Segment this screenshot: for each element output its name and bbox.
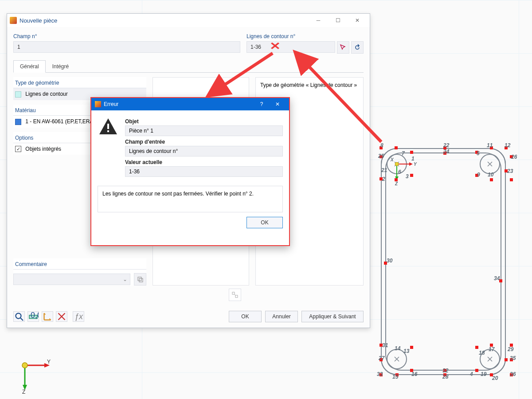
cancel-button[interactable]: Annuler — [265, 311, 298, 322]
svg-text:24: 24 — [443, 149, 450, 155]
tool-units-button[interactable]: 0,00 — [27, 311, 39, 322]
error-field-label: Champ d'entrée — [125, 139, 283, 145]
maximize-button[interactable]: ☐ — [328, 14, 348, 27]
material-value[interactable]: 1 - EN AW-6061 (EP,ET,ER/B) — [25, 118, 97, 125]
error-close-button[interactable]: ✕ — [270, 101, 286, 107]
svg-rect-2 — [232, 292, 235, 294]
minimize-button[interactable]: ─ — [309, 14, 328, 27]
svg-rect-51 — [475, 346, 478, 349]
svg-text:15: 15 — [392, 374, 399, 380]
error-message: Les lignes de contour ne sont pas fermée… — [98, 186, 283, 212]
fx-icon: ƒx — [73, 311, 84, 322]
svg-text:5: 5 — [477, 150, 480, 156]
copy-icon — [137, 276, 144, 283]
svg-text:26: 26 — [511, 154, 517, 160]
objects-integres-label: Objets intégrés — [25, 146, 61, 152]
field-no-input[interactable]: 1 — [13, 41, 240, 53]
geom-type-header: Type de géométrie — [13, 77, 146, 88]
svg-text:30: 30 — [387, 258, 393, 264]
svg-rect-28 — [395, 178, 398, 181]
cursor-pick-icon — [340, 44, 347, 51]
svg-rect-40 — [510, 178, 513, 181]
app-icon — [10, 17, 17, 24]
svg-text:18: 18 — [479, 350, 485, 356]
svg-text:Y: Y — [414, 162, 417, 167]
magnifier-icon — [14, 311, 24, 322]
revert-button[interactable] — [351, 41, 364, 54]
svg-rect-1 — [139, 278, 143, 282]
svg-text:23: 23 — [507, 168, 513, 174]
error-object-value: Pièce n° 1 — [125, 125, 283, 136]
tab-integre[interactable]: Intégré — [46, 60, 75, 73]
summary-text: Type de géométrie « Lignes de contour » — [260, 82, 359, 88]
detach-icon — [231, 291, 239, 298]
geom-swatch-icon — [15, 91, 21, 98]
svg-marker-17 — [409, 162, 413, 166]
tool-delete-button[interactable] — [56, 311, 67, 322]
error-field-value: Lignes de contour n° — [125, 146, 283, 156]
revert-icon — [354, 44, 361, 51]
svg-text:16: 16 — [411, 371, 418, 377]
axes-icon — [42, 311, 53, 322]
svg-text:2: 2 — [382, 176, 385, 182]
error-title: Erreur — [104, 101, 254, 107]
error-value-value: 1-36 — [125, 166, 283, 177]
svg-text:29: 29 — [507, 346, 514, 352]
pick-lines-button[interactable] — [337, 41, 349, 54]
svg-text:13: 13 — [403, 348, 410, 354]
comment-copy-button[interactable] — [134, 273, 146, 286]
svg-text:Z: Z — [22, 389, 25, 395]
svg-text:Y: Y — [47, 359, 51, 365]
geom-type-value[interactable]: Lignes de contour — [25, 91, 67, 97]
svg-text:Z: Z — [395, 181, 398, 186]
svg-rect-29 — [410, 151, 413, 154]
svg-text:25: 25 — [378, 153, 384, 159]
svg-text:1: 1 — [411, 156, 415, 162]
svg-text:11: 11 — [487, 142, 493, 149]
svg-text:10: 10 — [488, 172, 494, 178]
svg-rect-3 — [235, 295, 238, 297]
ok-button[interactable]: OK — [229, 311, 262, 322]
svg-text:9: 9 — [477, 172, 480, 178]
svg-rect-8 — [107, 124, 109, 129]
tool-axes-button[interactable] — [42, 311, 53, 322]
error-app-icon — [95, 101, 101, 107]
error-dialog: Erreur ? ✕ Objet Pièce n° 1 Champ d'entr… — [90, 97, 290, 246]
ruler-icon: 0,00 — [28, 311, 39, 322]
comment-combo[interactable]: ⌄ — [13, 274, 130, 285]
svg-text:28: 28 — [442, 374, 449, 380]
tool-inspect-button[interactable] — [13, 311, 25, 322]
svg-text:3: 3 — [406, 173, 409, 180]
svg-text:8: 8 — [380, 142, 383, 149]
dialog-title: Nouvelle pièce — [20, 17, 309, 24]
tab-general[interactable]: Général — [13, 60, 46, 73]
svg-text:33: 33 — [377, 371, 383, 377]
svg-text:32: 32 — [442, 368, 449, 374]
svg-text:4: 4 — [469, 371, 473, 377]
svg-point-20 — [395, 162, 399, 166]
warning-icon — [98, 117, 119, 138]
material-swatch-icon — [15, 119, 21, 125]
error-ok-button[interactable]: OK — [246, 217, 283, 228]
tool-function-button[interactable]: ƒx — [73, 311, 84, 322]
apply-next-button[interactable]: Appliquer & Suivant — [301, 311, 364, 322]
objects-integres-checkbox[interactable] — [15, 146, 21, 152]
detach-button[interactable] — [229, 289, 241, 301]
error-help-button[interactable]: ? — [254, 101, 270, 107]
svg-rect-36 — [490, 178, 493, 181]
svg-text:20: 20 — [492, 375, 498, 381]
svg-point-99 — [22, 363, 27, 368]
geometry-view: Y Z X — [377, 142, 519, 390]
delete-icon — [56, 311, 67, 322]
close-button[interactable]: ✕ — [348, 14, 367, 27]
contour-label: Lignes de contour n° — [246, 33, 364, 39]
svg-text:ƒx: ƒx — [74, 312, 83, 321]
svg-rect-55 — [505, 358, 508, 361]
svg-text:14: 14 — [395, 345, 401, 352]
svg-text:19: 19 — [481, 371, 487, 377]
error-value-label: Valeur actuelle — [125, 159, 283, 165]
svg-text:12: 12 — [505, 142, 511, 149]
svg-text:0,00: 0,00 — [31, 311, 39, 320]
contour-input[interactable]: 1-36 — [246, 41, 335, 53]
field-no-label: Champ n° — [13, 33, 240, 39]
